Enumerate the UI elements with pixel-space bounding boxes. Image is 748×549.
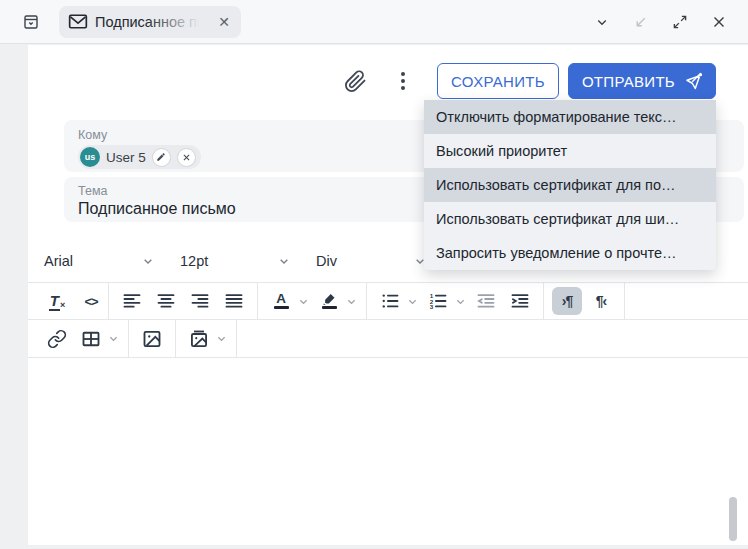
message-body[interactable] <box>28 358 732 545</box>
table-icon[interactable] <box>76 325 106 353</box>
remove-recipient-icon[interactable] <box>177 148 196 167</box>
close-icon[interactable] <box>708 11 730 33</box>
menu-item-certificate-encrypt[interactable]: Использовать сертификат для ши… <box>424 202 716 236</box>
align-left-icon[interactable] <box>117 287 147 315</box>
align-center-icon[interactable] <box>151 287 181 315</box>
highlight-color-chevron-icon[interactable] <box>344 294 359 309</box>
compose-actions: СОХРАНИТЬ ОТПРАВИТЬ <box>28 63 716 99</box>
kebab-menu-icon[interactable] <box>395 72 411 90</box>
send-button[interactable]: ОТПРАВИТЬ <box>568 63 716 99</box>
block-format-select[interactable]: Div <box>316 253 428 269</box>
image-gallery-icon[interactable] <box>184 325 214 353</box>
menu-item-certificate-sign[interactable]: Использовать сертификат для по… <box>424 168 716 202</box>
send-icon <box>684 72 702 90</box>
table-chevron-icon[interactable] <box>106 331 121 346</box>
compose-tab[interactable]: Подписанное письмо ✕ <box>59 6 241 38</box>
recipient-name: User 5 <box>106 150 146 165</box>
clear-formatting-icon[interactable]: T× <box>42 287 72 315</box>
gallery-chevron-icon[interactable] <box>214 331 229 346</box>
editor-insert-toolbar <box>28 320 748 358</box>
window-panel-icon[interactable] <box>20 11 42 33</box>
code-icon[interactable]: <> <box>76 287 106 315</box>
highlight-color-icon[interactable] <box>314 287 344 315</box>
image-icon[interactable] <box>137 325 167 353</box>
edit-recipient-icon[interactable] <box>152 148 171 167</box>
avatar: us <box>80 147 100 167</box>
collapse-icon <box>630 11 652 33</box>
numbered-list-icon[interactable]: 1 2 3 <box>423 287 453 315</box>
menu-item-read-receipt[interactable]: Запросить уведомление о прочте… <box>424 236 716 270</box>
tab-close-icon[interactable]: ✕ <box>216 13 232 31</box>
expand-icon[interactable] <box>669 11 691 33</box>
window-controls <box>591 11 730 33</box>
align-right-icon[interactable] <box>185 287 215 315</box>
align-justify-icon[interactable] <box>219 287 249 315</box>
font-color-icon[interactable]: A <box>266 287 296 315</box>
bullet-list-chevron-icon[interactable] <box>405 294 420 309</box>
font-family-select[interactable]: Arial <box>44 253 156 269</box>
scrollbar-thumb[interactable] <box>729 497 737 541</box>
tab-title: Подписанное письмо <box>95 13 209 31</box>
font-size-select[interactable]: 12pt <box>180 253 292 269</box>
tab-bar: Подписанное письмо ✕ <box>0 0 748 44</box>
font-color-chevron-icon[interactable] <box>296 294 311 309</box>
recipient-chip[interactable]: us User 5 <box>78 145 201 169</box>
save-button[interactable]: СОХРАНИТЬ <box>437 63 559 99</box>
rtl-paragraph-icon[interactable]: ¶‹ <box>586 287 616 315</box>
menu-item-disable-formatting[interactable]: Отключить форматирование текс… <box>424 100 716 134</box>
outdent-icon[interactable] <box>471 287 501 315</box>
svg-text:3: 3 <box>430 303 434 310</box>
attach-icon[interactable] <box>344 70 367 93</box>
ltr-paragraph-icon[interactable]: ›¶ <box>552 287 582 315</box>
indent-icon[interactable] <box>505 287 535 315</box>
bullet-list-icon[interactable] <box>375 287 405 315</box>
envelope-icon <box>68 13 88 30</box>
link-icon[interactable] <box>42 325 72 353</box>
options-menu: Отключить форматирование текс… Высокий п… <box>424 100 716 270</box>
editor-format-toolbar: T× <> <box>28 283 748 320</box>
chevron-down-icon[interactable] <box>591 11 613 33</box>
menu-item-high-priority[interactable]: Высокий приоритет <box>424 134 716 168</box>
numbered-list-chevron-icon[interactable] <box>453 294 468 309</box>
